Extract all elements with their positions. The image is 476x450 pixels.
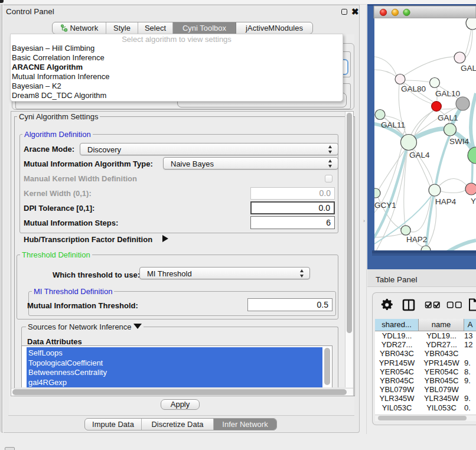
svg-text:GAL4: GAL4 [409,151,430,159]
svg-text:SWI4: SWI4 [449,137,469,146]
svg-text:GAL80: GAL80 [401,84,426,93]
svg-text:GCY1: GCY1 [374,201,396,210]
svg-text:GAL1: GAL1 [438,113,458,122]
svg-text:GAL7: GAL7 [461,64,476,73]
svg-text:GAL11: GAL11 [381,120,405,129]
svg-text:Y: Y [471,197,476,206]
svg-text:GAL10: GAL10 [435,89,460,98]
svg-text:HAP4: HAP4 [435,197,457,206]
svg-text:HAP2: HAP2 [406,235,427,244]
